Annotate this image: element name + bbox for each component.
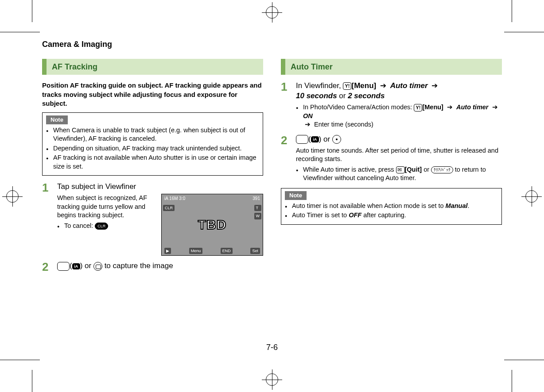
timer-step1-line: In Viewfinder, Y![Menu] ➔ Auto timer ➔ 1…	[296, 81, 502, 101]
note-item: Auto Timer is set to OFF after capturing…	[285, 211, 498, 220]
viewfinder-screenshot: iA 16M 3:0391 CLR TW TBD ▶ Menu END Set	[161, 194, 263, 256]
soft-key-icon	[57, 262, 70, 271]
arrow-icon: ➔	[431, 81, 438, 91]
timer-step-1: 1 In Viewfinder, Y![Menu] ➔ Auto timer ➔…	[281, 81, 502, 129]
crop-mark	[0, 32, 40, 32]
section-title-auto-timer: Auto Timer	[281, 59, 502, 75]
note-item: When Camera is unable to track subject (…	[46, 126, 259, 143]
crop-mark	[32, 370, 32, 392]
registration-mark	[266, 6, 278, 19]
crop-mark	[504, 360, 544, 360]
crop-mark	[0, 360, 40, 360]
timer-step1-sub: In Photo/Video Camera/Action modes: Y![M…	[296, 103, 502, 129]
ia-icon: iA	[72, 263, 80, 269]
clear-back-key-icon: ｸﾘｱ/ﾊﾞｯｸ	[431, 166, 453, 173]
af-step-2: 2 (iA) or to capture the image	[42, 261, 263, 273]
y-key-icon: Y!	[343, 82, 351, 90]
right-column: Auto Timer 1 In Viewfinder, Y![Menu] ➔ A…	[281, 59, 502, 278]
step1-title: Tap subject in Viewfiner	[57, 182, 263, 192]
timer-step2-desc: Auto timer tone sounds. After set period…	[296, 146, 502, 164]
arrow-icon: ➔	[380, 81, 386, 91]
crop-mark	[504, 32, 544, 32]
crop-mark	[512, 370, 512, 392]
clr-key-icon: CLR	[95, 223, 108, 230]
camera-key-icon	[93, 262, 102, 271]
step1-cancel: To cancel: CLR	[57, 222, 156, 231]
note-item: Auto timer is not available when Action …	[285, 202, 498, 211]
page-header: Camera & Imaging	[42, 40, 502, 49]
y-key-icon: Y!	[414, 104, 422, 111]
step2-line: (iA) or to capture the image	[57, 261, 263, 271]
registration-mark	[6, 190, 19, 203]
timer-step2-line: (iA) or	[296, 135, 502, 145]
step-number: 2	[42, 261, 51, 273]
ia-icon: iA	[311, 136, 319, 142]
step-number: 1	[281, 81, 290, 92]
page-number: 7-6	[42, 343, 502, 352]
arrow-icon: ➔	[447, 103, 453, 112]
section-title-af-tracking: AF Tracking	[42, 59, 263, 75]
tbd-overlay: TBD	[198, 216, 227, 234]
af-tracking-intro: Position AF tracking guide on subject. A…	[42, 81, 263, 108]
step-number: 2	[281, 135, 290, 146]
crop-mark	[32, 0, 32, 22]
page-content: Camera & Imaging AF Tracking Position AF…	[42, 40, 502, 352]
note-item: Depending on situation, AF tracking may …	[46, 144, 259, 153]
crop-mark	[512, 0, 512, 22]
timer-step2-sub: While Auto timer is active, press [Quit]…	[296, 165, 502, 183]
af-step-1: 1 Tap subject in Viewfiner When subject …	[42, 182, 263, 256]
registration-mark	[266, 373, 278, 386]
step-number: 1	[42, 182, 51, 193]
note-item: AF tracking is not available when Auto s…	[46, 154, 259, 171]
center-key-icon	[332, 135, 341, 144]
mail-key-icon	[396, 166, 405, 173]
soft-key-icon	[296, 135, 308, 144]
af-tracking-note-box: Note When Camera is unable to track subj…	[42, 112, 263, 176]
registration-mark	[525, 190, 538, 203]
arrow-icon: ➔	[492, 103, 498, 112]
note-label: Note	[46, 115, 68, 124]
arrow-icon: ➔	[305, 120, 311, 129]
left-column: AF Tracking Position AF tracking guide o…	[42, 59, 263, 278]
note-label: Note	[285, 191, 307, 200]
timer-step-2: 2 (iA) or Auto timer tone sounds. After …	[281, 135, 502, 183]
step1-desc: When subject is recognized, AF tracking …	[57, 194, 156, 220]
auto-timer-note-box: Note Auto timer is not available when Ac…	[281, 188, 502, 225]
